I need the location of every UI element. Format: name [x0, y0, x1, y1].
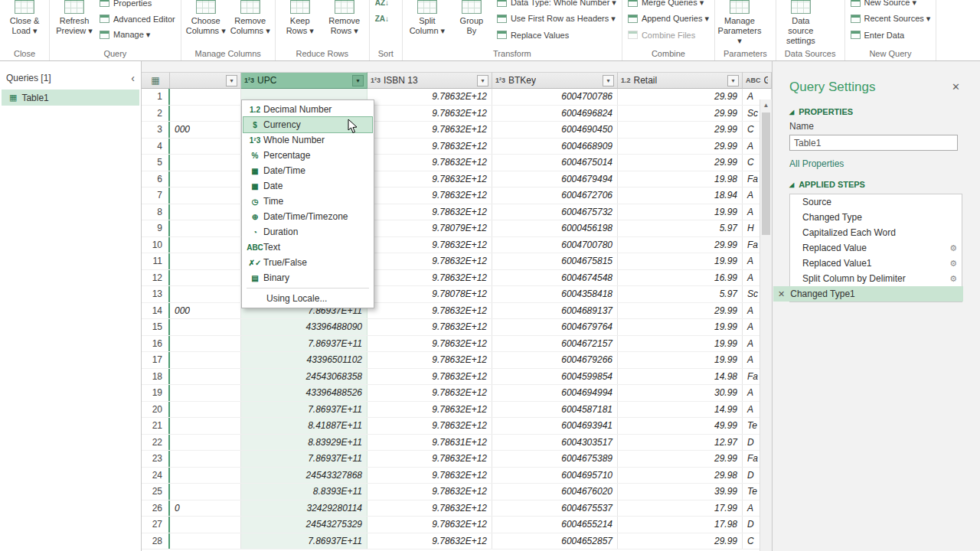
small-table-icon: [100, 0, 109, 7]
table-corner-menu[interactable]: ▦: [142, 72, 170, 89]
manage-parameters-button[interactable]: ManageParameters ▾: [717, 0, 762, 47]
step-settings-gear-icon[interactable]: ⚙: [949, 259, 957, 269]
cell-btkey: 6004690450: [492, 122, 618, 138]
filter-arrow-icon[interactable]: ▾: [477, 75, 488, 86]
small-table-icon: [851, 31, 861, 39]
text-icon: ABC: [247, 243, 263, 252]
small-table-icon: [851, 15, 861, 23]
new-source-button[interactable]: New Source ▾: [848, 0, 934, 11]
scroll-up-icon[interactable]: ▲: [760, 99, 772, 112]
column-header-g[interactable]: ABCG: [743, 72, 772, 89]
menu-item-decimal-number[interactable]: 1.2Decimal Number: [243, 102, 372, 117]
ribbon-group-label: Sort: [372, 48, 400, 60]
cell-btkey: 6004599854: [492, 369, 618, 385]
refresh-preview-button[interactable]: RefreshPreview ▾: [52, 0, 96, 36]
step-settings-gear-icon[interactable]: ⚙: [949, 243, 957, 253]
table-row: 129.78632E+12600467454816.99A: [142, 270, 772, 287]
properties-section-header[interactable]: ◢ PROPERTIES: [789, 107, 968, 116]
remove-rows-button[interactable]: RemoveRows ▾: [322, 0, 367, 36]
applied-step-capitalized-each-word[interactable]: Capitalized Each Word: [790, 225, 962, 240]
data-type-button[interactable]: Data Type: Whole Number ▾: [494, 0, 619, 11]
menu-item-binary[interactable]: ▤Binary: [243, 270, 372, 285]
close-and-load-button[interactable]: Close &Load ▾: [2, 0, 47, 36]
group-by-button[interactable]: GroupBy: [449, 0, 494, 36]
data-source-settings-button[interactable]: Data sourcesettings: [779, 0, 823, 47]
cell-retail: 14.99: [618, 402, 743, 418]
cell-retail: 16.99: [618, 270, 743, 286]
ribbon-group-label: Manage Columns: [184, 48, 273, 60]
cell-upc: 8.41887E+11: [241, 418, 368, 434]
filter-arrow-icon[interactable]: ▾: [352, 75, 364, 86]
query-list-item-table1[interactable]: ▦ Table1: [2, 90, 139, 106]
cell-isbn: 9.78632E+12: [368, 385, 492, 401]
combine-files-button[interactable]: Combine Files: [625, 27, 712, 43]
column-header-btkey[interactable]: 1²3BTKey▾: [492, 72, 618, 89]
applied-step-replaced-value1[interactable]: Replaced Value1⚙: [790, 256, 962, 271]
manage-button[interactable]: Manage ▾: [96, 27, 178, 43]
cell-isbn: 9.78632E+12: [368, 303, 492, 319]
menu-item-duration[interactable]: ◔Duration: [243, 224, 372, 240]
recent-sources-button[interactable]: Recent Sources ▾: [848, 11, 934, 27]
column-header-col0[interactable]: ▾: [170, 72, 241, 89]
applied-step-changed-type[interactable]: Changed Type: [790, 210, 962, 225]
applied-step-changed-type1[interactable]: ✕Changed Type1: [773, 286, 963, 302]
sort-ascending-button[interactable]: AZ↓: [372, 0, 392, 11]
remove-columns-button[interactable]: RemoveColumns ▾: [228, 0, 273, 36]
cell-a: [170, 468, 241, 484]
row-number: 13: [142, 286, 170, 302]
cell-isbn: 9.78078E+12: [368, 286, 492, 302]
menu-item-date-time[interactable]: ▦Date/Time: [243, 163, 372, 178]
menu-item-percentage[interactable]: %Percentage: [243, 148, 372, 163]
row-number: 9: [142, 220, 170, 236]
menu-item-date[interactable]: ▦Date: [243, 178, 372, 194]
delete-step-icon[interactable]: ✕: [778, 289, 785, 299]
filter-arrow-icon[interactable]: ▾: [226, 75, 237, 86]
cell-btkey: 6004696824: [492, 106, 618, 122]
choose-columns-button[interactable]: ChooseColumns ▾: [184, 0, 228, 36]
replace-values-button[interactable]: Replace Values: [494, 27, 619, 43]
append-queries-button[interactable]: Append Queries ▾: [625, 11, 712, 27]
sort-descending-button[interactable]: ZA↓: [372, 11, 392, 27]
mouse-cursor-icon: [348, 119, 358, 136]
query-name-input[interactable]: [789, 135, 958, 151]
use-first-row-as-headers-button[interactable]: Use First Row as Headers ▾: [494, 11, 619, 27]
enter-data-button[interactable]: Enter Data: [848, 27, 934, 43]
applied-step-replaced-value[interactable]: Replaced Value⚙: [790, 240, 962, 256]
ribbon-group-transform: SplitColumn ▾GroupByData Type: Whole Num…: [403, 0, 622, 60]
menu-item-date-time-timezone[interactable]: ⊕Date/Time/Timezone: [243, 209, 372, 224]
keep-rows-button[interactable]: KeepRows ▾: [278, 0, 322, 36]
applied-step-source[interactable]: Source: [790, 194, 962, 210]
applied-steps-section-header[interactable]: ◢ APPLIED STEPS: [789, 180, 968, 189]
properties-button[interactable]: Properties: [96, 0, 178, 11]
filter-arrow-icon[interactable]: ▾: [603, 75, 614, 86]
query-settings-pane: Query Settings ✕ ◢ PROPERTIES Name All P…: [772, 61, 980, 551]
applied-step-split-column-by-delimiter[interactable]: Split Column by Delimiter⚙: [790, 271, 962, 286]
column-header-isbn-13[interactable]: 1²3ISBN 13▾: [368, 72, 492, 89]
column-header-retail[interactable]: 1.2Retail▾: [618, 72, 743, 89]
filter-arrow-icon[interactable]: ▾: [727, 75, 739, 86]
all-properties-link[interactable]: All Properties: [789, 158, 968, 169]
menu-item-time[interactable]: ◷Time: [243, 194, 372, 209]
scrollbar-thumb[interactable]: [762, 112, 770, 235]
vertical-scrollbar[interactable]: ▲: [760, 99, 772, 551]
column-type-icon: 1²3: [244, 77, 254, 84]
column-type-icon: 1²3: [371, 77, 381, 84]
menu-item-using-locale[interactable]: Using Locale...: [243, 291, 372, 306]
ribbon-group-label: Combine: [625, 48, 712, 60]
split-column-button[interactable]: SplitColumn ▾: [405, 0, 449, 36]
collapse-pane-icon[interactable]: ‹: [131, 72, 135, 84]
table-row: 49.78632E+12600466890929.99A: [142, 139, 772, 155]
table-icon: [240, 0, 260, 14]
cell-retail: 29.99: [618, 533, 743, 549]
row-number: 12: [142, 270, 170, 286]
menu-item-true-false[interactable]: ✗✓True/False: [243, 255, 372, 270]
row-number: 17: [142, 352, 170, 368]
step-settings-gear-icon[interactable]: ⚙: [949, 274, 957, 284]
close-icon[interactable]: ✕: [952, 81, 960, 93]
small-table-icon: [628, 15, 638, 23]
cell-isbn: 9.78632E+12: [368, 352, 492, 368]
advanced-editor-button[interactable]: Advanced Editor: [96, 11, 178, 27]
menu-item-text[interactable]: ABCText: [243, 240, 372, 255]
column-header-upc[interactable]: 1²3UPC▾: [241, 72, 368, 89]
merge-queries-button[interactable]: Merge Queries ▾: [625, 0, 712, 11]
